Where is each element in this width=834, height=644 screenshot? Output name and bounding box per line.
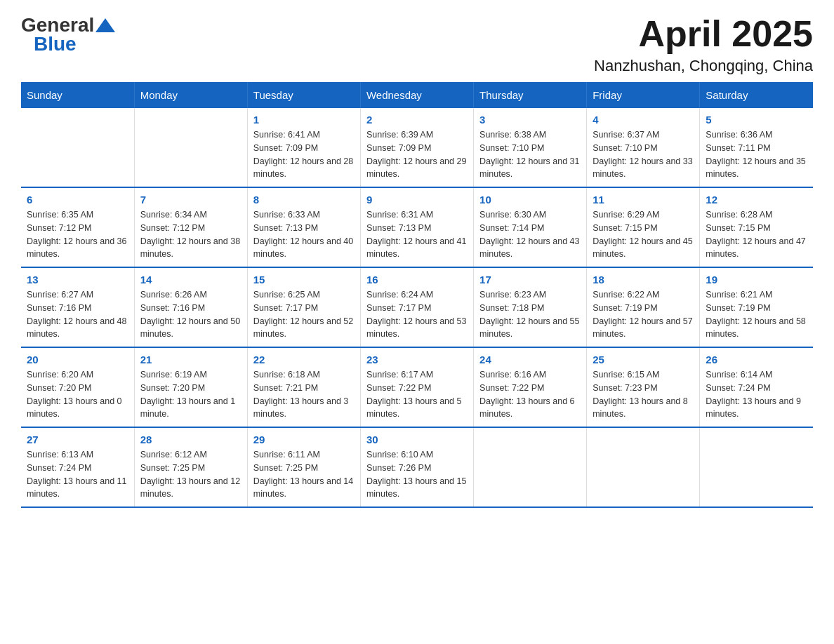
calendar-cell: 11Sunrise: 6:29 AMSunset: 7:15 PMDayligh… <box>587 187 700 267</box>
page-header: General Blue April 2025 Nanzhushan, Chon… <box>21 14 813 75</box>
calendar-cell: 13Sunrise: 6:27 AMSunset: 7:16 PMDayligh… <box>21 267 134 347</box>
day-info: Sunrise: 6:12 AMSunset: 7:25 PMDaylight:… <box>140 448 241 501</box>
day-number: 3 <box>479 114 581 126</box>
calendar-cell: 21Sunrise: 6:19 AMSunset: 7:20 PMDayligh… <box>134 347 247 427</box>
day-number: 23 <box>366 354 468 365</box>
day-number: 6 <box>27 194 128 206</box>
calendar-week-row: 27Sunrise: 6:13 AMSunset: 7:24 PMDayligh… <box>21 427 813 507</box>
day-info: Sunrise: 6:33 AMSunset: 7:13 PMDaylight:… <box>253 208 355 261</box>
calendar-cell: 28Sunrise: 6:12 AMSunset: 7:25 PMDayligh… <box>134 427 247 507</box>
calendar-week-row: 13Sunrise: 6:27 AMSunset: 7:16 PMDayligh… <box>21 267 813 347</box>
day-number: 13 <box>27 274 128 286</box>
day-info: Sunrise: 6:16 AMSunset: 7:22 PMDaylight:… <box>479 368 581 421</box>
calendar-cell: 4Sunrise: 6:37 AMSunset: 7:10 PMDaylight… <box>587 108 700 187</box>
calendar-cell: 24Sunrise: 6:16 AMSunset: 7:22 PMDayligh… <box>474 347 587 427</box>
weekday-header-wednesday: Wednesday <box>360 82 473 108</box>
calendar-cell: 12Sunrise: 6:28 AMSunset: 7:15 PMDayligh… <box>700 187 813 267</box>
calendar-cell: 30Sunrise: 6:10 AMSunset: 7:26 PMDayligh… <box>360 427 473 507</box>
calendar-cell <box>587 427 700 507</box>
day-info: Sunrise: 6:17 AMSunset: 7:22 PMDaylight:… <box>366 368 468 421</box>
calendar-cell: 26Sunrise: 6:14 AMSunset: 7:24 PMDayligh… <box>700 347 813 427</box>
calendar-table: SundayMondayTuesdayWednesdayThursdayFrid… <box>21 82 813 508</box>
calendar-cell <box>134 108 247 187</box>
logo-triangle-icon <box>95 18 115 32</box>
weekday-header-monday: Monday <box>134 82 247 108</box>
calendar-cell: 2Sunrise: 6:39 AMSunset: 7:09 PMDaylight… <box>360 108 473 187</box>
day-info: Sunrise: 6:19 AMSunset: 7:20 PMDaylight:… <box>140 368 241 421</box>
day-info: Sunrise: 6:38 AMSunset: 7:10 PMDaylight:… <box>479 128 581 181</box>
calendar-cell: 19Sunrise: 6:21 AMSunset: 7:19 PMDayligh… <box>700 267 813 347</box>
day-number: 8 <box>253 194 355 206</box>
calendar-cell: 8Sunrise: 6:33 AMSunset: 7:13 PMDaylight… <box>247 187 360 267</box>
day-number: 15 <box>253 274 355 286</box>
day-number: 12 <box>706 194 807 206</box>
day-info: Sunrise: 6:13 AMSunset: 7:24 PMDaylight:… <box>27 448 128 501</box>
calendar-cell: 15Sunrise: 6:25 AMSunset: 7:17 PMDayligh… <box>247 267 360 347</box>
calendar-cell: 18Sunrise: 6:22 AMSunset: 7:19 PMDayligh… <box>587 267 700 347</box>
day-number: 7 <box>140 194 241 206</box>
calendar-cell: 17Sunrise: 6:23 AMSunset: 7:18 PMDayligh… <box>474 267 587 347</box>
calendar-subtitle: Nanzhushan, Chongqing, China <box>594 57 813 75</box>
day-number: 21 <box>140 354 241 365</box>
day-number: 24 <box>479 354 581 365</box>
calendar-cell: 29Sunrise: 6:11 AMSunset: 7:25 PMDayligh… <box>247 427 360 507</box>
day-info: Sunrise: 6:31 AMSunset: 7:13 PMDaylight:… <box>366 208 468 261</box>
day-number: 10 <box>479 194 581 206</box>
day-info: Sunrise: 6:23 AMSunset: 7:18 PMDaylight:… <box>479 288 581 341</box>
calendar-cell: 1Sunrise: 6:41 AMSunset: 7:09 PMDaylight… <box>247 108 360 187</box>
day-number: 5 <box>706 114 807 126</box>
calendar-week-row: 1Sunrise: 6:41 AMSunset: 7:09 PMDaylight… <box>21 108 813 187</box>
calendar-cell <box>474 427 587 507</box>
day-info: Sunrise: 6:11 AMSunset: 7:25 PMDaylight:… <box>253 448 355 501</box>
calendar-cell: 6Sunrise: 6:35 AMSunset: 7:12 PMDaylight… <box>21 187 134 267</box>
calendar-cell <box>700 427 813 507</box>
calendar-cell: 23Sunrise: 6:17 AMSunset: 7:22 PMDayligh… <box>360 347 473 427</box>
day-number: 4 <box>593 114 694 126</box>
calendar-cell: 5Sunrise: 6:36 AMSunset: 7:11 PMDaylight… <box>700 108 813 187</box>
day-number: 26 <box>706 354 807 365</box>
day-number: 22 <box>253 354 355 365</box>
day-info: Sunrise: 6:10 AMSunset: 7:26 PMDaylight:… <box>366 448 468 501</box>
day-info: Sunrise: 6:28 AMSunset: 7:15 PMDaylight:… <box>706 208 807 261</box>
weekday-header-thursday: Thursday <box>474 82 587 108</box>
day-number: 19 <box>706 274 807 286</box>
calendar-cell: 3Sunrise: 6:38 AMSunset: 7:10 PMDaylight… <box>474 108 587 187</box>
day-number: 18 <box>593 274 694 286</box>
calendar-cell: 22Sunrise: 6:18 AMSunset: 7:21 PMDayligh… <box>247 347 360 427</box>
day-number: 17 <box>479 274 581 286</box>
weekday-header-friday: Friday <box>587 82 700 108</box>
day-info: Sunrise: 6:34 AMSunset: 7:12 PMDaylight:… <box>140 208 241 261</box>
day-info: Sunrise: 6:18 AMSunset: 7:21 PMDaylight:… <box>253 368 355 421</box>
day-info: Sunrise: 6:26 AMSunset: 7:16 PMDaylight:… <box>140 288 241 341</box>
day-number: 20 <box>27 354 128 365</box>
day-info: Sunrise: 6:39 AMSunset: 7:09 PMDaylight:… <box>366 128 468 181</box>
day-info: Sunrise: 6:41 AMSunset: 7:09 PMDaylight:… <box>253 128 355 181</box>
weekday-header-saturday: Saturday <box>700 82 813 108</box>
calendar-cell <box>21 108 134 187</box>
day-number: 11 <box>593 194 694 206</box>
calendar-cell: 10Sunrise: 6:30 AMSunset: 7:14 PMDayligh… <box>474 187 587 267</box>
day-info: Sunrise: 6:29 AMSunset: 7:15 PMDaylight:… <box>593 208 694 261</box>
day-info: Sunrise: 6:35 AMSunset: 7:12 PMDaylight:… <box>27 208 128 261</box>
calendar-cell: 7Sunrise: 6:34 AMSunset: 7:12 PMDaylight… <box>134 187 247 267</box>
day-number: 25 <box>593 354 694 365</box>
calendar-cell: 9Sunrise: 6:31 AMSunset: 7:13 PMDaylight… <box>360 187 473 267</box>
day-info: Sunrise: 6:27 AMSunset: 7:16 PMDaylight:… <box>27 288 128 341</box>
calendar-week-row: 20Sunrise: 6:20 AMSunset: 7:20 PMDayligh… <box>21 347 813 427</box>
day-info: Sunrise: 6:15 AMSunset: 7:23 PMDaylight:… <box>593 368 694 421</box>
day-number: 16 <box>366 274 468 286</box>
day-number: 1 <box>253 114 355 126</box>
day-info: Sunrise: 6:22 AMSunset: 7:19 PMDaylight:… <box>593 288 694 341</box>
day-info: Sunrise: 6:36 AMSunset: 7:11 PMDaylight:… <box>706 128 807 181</box>
day-info: Sunrise: 6:37 AMSunset: 7:10 PMDaylight:… <box>593 128 694 181</box>
day-info: Sunrise: 6:14 AMSunset: 7:24 PMDaylight:… <box>706 368 807 421</box>
calendar-cell: 14Sunrise: 6:26 AMSunset: 7:16 PMDayligh… <box>134 267 247 347</box>
day-number: 2 <box>366 114 468 126</box>
calendar-title: April 2025 <box>594 14 813 54</box>
title-section: April 2025 Nanzhushan, Chongqing, China <box>594 14 813 75</box>
logo: General Blue <box>21 14 117 55</box>
weekday-header-row: SundayMondayTuesdayWednesdayThursdayFrid… <box>21 82 813 108</box>
calendar-cell: 25Sunrise: 6:15 AMSunset: 7:23 PMDayligh… <box>587 347 700 427</box>
day-number: 29 <box>253 434 355 445</box>
day-info: Sunrise: 6:25 AMSunset: 7:17 PMDaylight:… <box>253 288 355 341</box>
